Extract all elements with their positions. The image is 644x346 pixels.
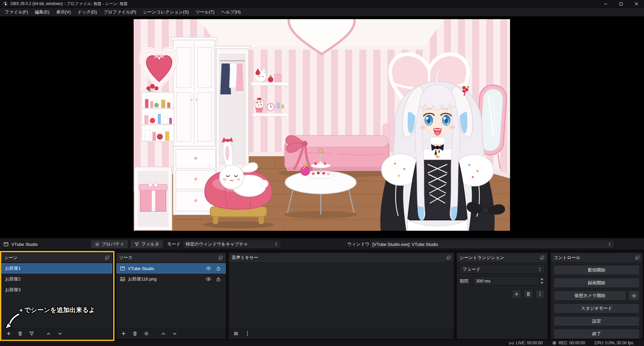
scene-item-2[interactable]: お部屋2 bbox=[2, 274, 112, 284]
broadcast-icon bbox=[509, 341, 514, 345]
spin-down-icon[interactable] bbox=[541, 282, 543, 284]
move-scene-down-button[interactable] bbox=[55, 329, 65, 338]
add-scene-button[interactable] bbox=[4, 329, 14, 338]
menu-tools[interactable]: ツール(T) bbox=[192, 8, 218, 16]
dropdown-arrows-icon bbox=[608, 242, 611, 247]
lock-icon[interactable] bbox=[216, 277, 221, 282]
properties-button[interactable]: プロパティ bbox=[91, 240, 128, 249]
popout-icon[interactable] bbox=[218, 255, 223, 260]
window-controls bbox=[598, 0, 644, 7]
trash-icon bbox=[526, 292, 531, 297]
start-recording-button[interactable]: 録画開始 bbox=[554, 278, 640, 288]
audio-mixer-panel: 音声ミキサー bbox=[229, 253, 454, 339]
sources-panel-title: ソース bbox=[119, 255, 133, 261]
source-item-1[interactable]: VTube Studio bbox=[117, 263, 226, 273]
menu-file[interactable]: ファイル(F) bbox=[1, 8, 32, 16]
menu-edit[interactable]: 編集(E) bbox=[32, 8, 53, 16]
live-timer: LIVE: 00:00:00 bbox=[516, 341, 542, 345]
source-name: お部屋118.png bbox=[128, 276, 156, 282]
move-source-down-button[interactable] bbox=[170, 329, 180, 338]
move-scene-up-button[interactable] bbox=[43, 329, 53, 338]
chevron-down-icon bbox=[57, 331, 62, 336]
scene-filters-button[interactable] bbox=[27, 329, 37, 338]
remove-transition-button[interactable] bbox=[524, 290, 533, 298]
minimize-button[interactable] bbox=[598, 0, 613, 7]
menu-profile[interactable]: プロファイル(P) bbox=[100, 8, 139, 16]
plus-icon bbox=[6, 331, 11, 336]
mixer-menu-button[interactable] bbox=[242, 329, 252, 338]
scene-transitions-title: シーントランジション bbox=[460, 255, 504, 261]
scene-list: お部屋1 お部屋2 お部屋3 ＋でシーンを追加出来るよ bbox=[2, 263, 112, 328]
scenes-toolbar bbox=[2, 328, 112, 339]
scene-transitions-panel: シーントランジション フェード 期間 bbox=[457, 253, 548, 339]
filters-button[interactable]: フィルタ bbox=[130, 240, 163, 249]
popout-icon[interactable] bbox=[540, 255, 545, 260]
menu-help[interactable]: ヘルプ(H) bbox=[218, 8, 244, 16]
title-bar: OBS 29.0.2 (64-bit, windows) - プロファイル: 無… bbox=[0, 0, 644, 8]
visibility-eye-icon[interactable] bbox=[206, 276, 211, 282]
menu-scene-collection[interactable]: シーンコレクション(S) bbox=[140, 8, 192, 16]
scene-item-1[interactable]: お部屋1 bbox=[2, 263, 112, 273]
spin-up-icon[interactable] bbox=[541, 278, 543, 280]
transition-duration-spinbox[interactable]: 300 ms bbox=[473, 276, 545, 286]
scenes-panel: シーン お部屋1 お部屋2 お部屋3 ＋でシーンを追加出来るよ bbox=[1, 253, 112, 339]
visibility-eye-icon[interactable] bbox=[206, 266, 211, 271]
studio-mode-button[interactable]: スタジオモード bbox=[554, 303, 640, 313]
move-source-up-button[interactable] bbox=[158, 329, 168, 338]
gear-icon bbox=[632, 293, 637, 298]
capture-mode-value: 特定のウィンドウをキャプチャ bbox=[186, 241, 248, 247]
filters-label: フィルタ bbox=[141, 241, 159, 247]
dropdown-arrows-icon bbox=[274, 242, 278, 247]
program-canvas[interactable] bbox=[134, 19, 510, 231]
add-transition-button[interactable] bbox=[512, 290, 521, 298]
gear-icon bbox=[95, 242, 100, 247]
menu-view[interactable]: 表示(V) bbox=[53, 8, 74, 16]
menu-bar: ファイル(F) 編集(E) 表示(V) ドック(D) プロファイル(P) シーン… bbox=[0, 8, 644, 16]
gear-icon bbox=[144, 331, 149, 336]
scene-item-3[interactable]: お部屋3 bbox=[2, 285, 112, 295]
plus-icon bbox=[514, 292, 519, 297]
obs-logo-icon bbox=[3, 1, 8, 6]
popout-icon[interactable] bbox=[446, 255, 451, 260]
storage-cube bbox=[134, 167, 172, 230]
scenes-panel-title: シーン bbox=[4, 255, 18, 261]
scenes-panel-header: シーン bbox=[2, 253, 112, 263]
source-properties-button[interactable] bbox=[141, 329, 151, 338]
source-toolbar: VTube Studio プロパティ フィルタ モード 特定のウィンドウをキャプ… bbox=[0, 238, 644, 250]
remove-scene-button[interactable] bbox=[15, 329, 25, 338]
transition-properties-button[interactable] bbox=[536, 290, 545, 298]
lock-icon[interactable] bbox=[216, 266, 221, 271]
popout-icon[interactable] bbox=[635, 255, 640, 260]
close-button[interactable] bbox=[629, 0, 644, 7]
transition-type-value: フェード bbox=[463, 266, 480, 272]
window-label: ウィンドウ bbox=[347, 240, 370, 249]
transition-type-dropdown[interactable]: フェード bbox=[460, 265, 545, 274]
properties-label: プロパティ bbox=[102, 241, 124, 247]
add-source-button[interactable] bbox=[119, 329, 129, 338]
kebab-menu-icon bbox=[538, 292, 543, 297]
controls-panel-header: コントロール bbox=[551, 253, 642, 263]
advanced-audio-button[interactable] bbox=[231, 329, 241, 338]
preview-area bbox=[0, 16, 644, 238]
spinbox-arrows[interactable] bbox=[539, 277, 544, 285]
capture-window-dropdown[interactable]: [VTube Studio.exe]: VTube Studio bbox=[369, 240, 614, 249]
transition-duration-label: 期間 bbox=[460, 278, 473, 284]
start-virtual-camera-button[interactable]: 仮想カメラ開始 bbox=[554, 291, 626, 301]
capture-mode-dropdown[interactable]: 特定のウィンドウをキャプチャ bbox=[183, 240, 281, 249]
audio-mixer-toolbar bbox=[229, 328, 454, 339]
image-source-icon bbox=[120, 276, 125, 282]
start-streaming-button[interactable]: 配信開始 bbox=[554, 265, 640, 275]
maximize-button[interactable] bbox=[613, 0, 629, 7]
virtual-camera-settings-button[interactable] bbox=[628, 291, 640, 301]
chevron-down-icon bbox=[172, 331, 177, 336]
source-item-2[interactable]: お部屋118.png bbox=[117, 274, 226, 284]
audio-mixer-title: 音声ミキサー bbox=[232, 255, 258, 261]
popout-icon[interactable] bbox=[105, 255, 109, 260]
window-capture-icon bbox=[3, 242, 9, 247]
menu-docks[interactable]: ドック(D) bbox=[74, 8, 100, 16]
rec-timer: REC: 00:00:00 bbox=[559, 341, 585, 345]
remove-source-button[interactable] bbox=[130, 329, 140, 338]
settings-button[interactable]: 設定 bbox=[554, 316, 640, 326]
exit-button[interactable]: 終了 bbox=[554, 329, 640, 339]
close-icon bbox=[635, 2, 638, 6]
